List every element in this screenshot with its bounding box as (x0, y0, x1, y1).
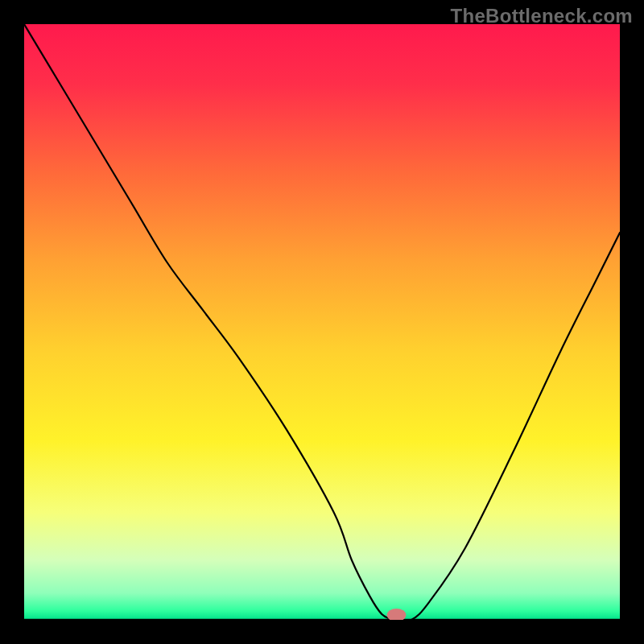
plot-area (24, 24, 620, 620)
watermark-text: TheBottleneck.com (451, 5, 633, 27)
gradient-background (24, 24, 620, 620)
chart-svg (24, 24, 620, 620)
chart-frame: TheBottleneck.com (0, 0, 644, 644)
